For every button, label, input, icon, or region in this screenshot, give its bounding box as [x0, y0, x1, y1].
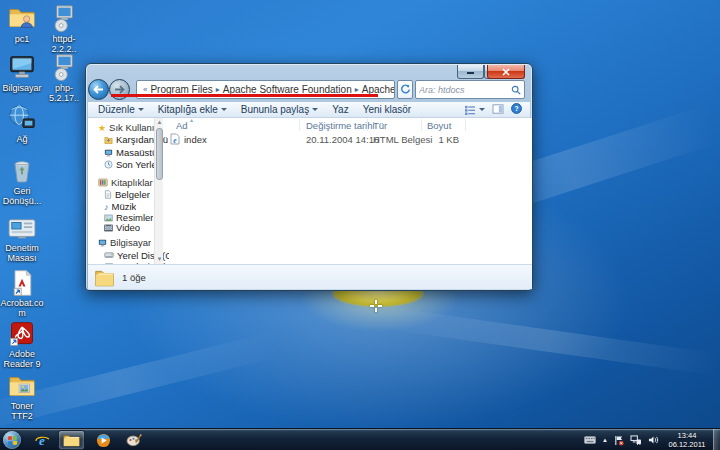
desktop-icon-httpd-installer[interactable]: httpd-2.2.2..: [42, 3, 86, 54]
sidebar-group-favorites[interactable]: ★ Sık Kullanılanlar: [98, 122, 161, 133]
pictures-icon: [104, 214, 113, 222]
sidebar-item-documents[interactable]: Belgeler: [104, 189, 150, 200]
explorer-content: ★ Sık Kullanılanlar Karşıdan Yüklemeler …: [88, 118, 532, 264]
desktop-icon-acrobat[interactable]: Acrobat.com: [0, 269, 44, 318]
scrollbar-thumb[interactable]: [156, 128, 163, 180]
toolbar-label: Kitaplığa ekle: [158, 104, 218, 115]
toolbar-burn[interactable]: Yaz: [332, 104, 349, 115]
search-input[interactable]: [419, 82, 507, 97]
toolbar-add-to-library[interactable]: Kitaplığa ekle: [158, 104, 227, 115]
desktop-icon-computer[interactable]: Bilgisayar: [0, 52, 44, 93]
shared-folder-icon: [7, 3, 37, 33]
computer-small-icon: [98, 239, 107, 247]
forward-arrow-icon: [114, 85, 125, 94]
desktop-icon-label: php-5.2.17..: [42, 83, 86, 103]
dropdown-caret-icon: [221, 108, 227, 111]
column-headers: ▴ Ad Değiştirme tarihi Tür Boyut: [164, 118, 532, 132]
sort-ascending-icon: ▴: [190, 118, 193, 123]
toolbar-label: Düzenle: [98, 104, 135, 115]
minimize-button[interactable]: [457, 65, 484, 79]
internet-explorer-icon: e: [34, 432, 50, 448]
sidebar-group-libraries[interactable]: Kitaplıklar: [98, 177, 153, 188]
volume-tray-icon[interactable]: [648, 435, 659, 445]
navpane-scrollbar[interactable]: ▲ ▼: [154, 118, 163, 264]
taskbar-explorer-button[interactable]: [58, 430, 85, 450]
desktop-icon-network[interactable]: Ağ: [0, 103, 44, 144]
column-separator[interactable]: [421, 119, 422, 131]
sidebar-item-label: Belgeler: [115, 189, 150, 200]
back-button[interactable]: [88, 79, 109, 100]
desktop-icon-toner-folder[interactable]: Toner TTF2: [0, 372, 44, 421]
change-view-button[interactable]: [464, 105, 485, 115]
downloads-icon: [104, 136, 113, 144]
installer-icon: [49, 3, 79, 33]
preview-pane-button[interactable]: [492, 104, 504, 116]
close-button[interactable]: [487, 65, 525, 79]
refresh-button[interactable]: [397, 80, 413, 99]
desktop-icon-label: Toner TTF2: [0, 401, 44, 421]
documents-icon: [104, 190, 112, 199]
installer-icon: [49, 52, 79, 82]
breadcrumb-separator-icon: ▸: [214, 85, 222, 94]
network-tray-icon[interactable]: [630, 435, 642, 445]
explorer-folder-icon: [63, 433, 80, 447]
taskbar-clock[interactable]: 13:44 06.12.2011: [664, 431, 710, 449]
show-desktop-button[interactable]: [713, 429, 720, 450]
sidebar-item-desktop[interactable]: Masaüstü: [104, 147, 157, 158]
file-row-index[interactable]: e index 20.11.2004 14:16 HTML Belgesi 1 …: [164, 133, 532, 146]
media-player-icon: [96, 433, 111, 448]
crosshair-cursor: [370, 300, 382, 312]
search-icon[interactable]: [511, 85, 521, 95]
network-globe-icon: [7, 103, 37, 133]
tray-expand-icon[interactable]: ▲: [602, 437, 608, 443]
column-header-size[interactable]: Boyut: [427, 120, 451, 131]
annotation-red-underline: [111, 94, 378, 97]
column-header-type[interactable]: Tür: [373, 120, 387, 131]
recycle-bin-icon: [8, 157, 36, 185]
dropdown-caret-icon: [312, 108, 318, 111]
desktop-icon-recycle-bin[interactable]: Geri Dönüşü...: [0, 157, 44, 206]
sidebar-item-music[interactable]: ♪ Müzik: [104, 201, 136, 212]
taskbar: e ▲: [0, 428, 720, 450]
control-panel-icon: [7, 216, 37, 242]
toolbar-new-folder[interactable]: Yeni klasör: [363, 104, 412, 115]
column-separator[interactable]: [299, 119, 300, 131]
file-list: ▴ Ad Değiştirme tarihi Tür Boyut e index…: [164, 118, 532, 264]
navigation-bar: « Program Files ▸ Apache Software Founda…: [88, 78, 530, 102]
desktop-icon-adobe-reader[interactable]: Adobe Reader 9: [0, 320, 44, 369]
column-header-modified[interactable]: Değiştirme tarihi: [306, 120, 375, 131]
command-toolbar: Düzenle Kitaplığa ekle Bununla paylaş Ya…: [88, 102, 530, 118]
desktop-icon-pc1[interactable]: pc1: [0, 3, 44, 44]
column-separator[interactable]: [465, 119, 466, 131]
item-count: 1 öğe: [122, 272, 146, 283]
desktop-icon-label: Acrobat.com: [0, 298, 44, 318]
taskbar-media-player-button[interactable]: [90, 430, 117, 450]
music-note-icon: ♪: [104, 203, 109, 211]
help-button[interactable]: ?: [511, 103, 522, 116]
video-icon: [104, 224, 113, 232]
computer-icon: [7, 52, 37, 82]
toolbar-label: Yeni klasör: [363, 104, 412, 115]
toolbar-label: Bununla paylaş: [241, 104, 309, 115]
start-button[interactable]: [3, 431, 21, 449]
column-separator[interactable]: [367, 119, 368, 131]
desktop-icon-label: Ağ: [0, 134, 44, 144]
desktop-icon-control-panel[interactable]: Denetim Masası: [0, 216, 44, 263]
action-center-flag-icon[interactable]: [614, 435, 624, 446]
toolbar-share-with[interactable]: Bununla paylaş: [241, 104, 318, 115]
sidebar-item-videos[interactable]: Video: [104, 222, 140, 233]
taskbar-ie-button[interactable]: e: [28, 430, 55, 450]
taskbar-paint-button[interactable]: [120, 430, 147, 450]
column-header-name[interactable]: Ad: [176, 120, 188, 131]
toolbar-organize[interactable]: Düzenle: [98, 104, 144, 115]
sidebar-group-computer[interactable]: Bilgisayar: [98, 237, 151, 248]
breadcrumb-separator-icon: ▸: [353, 85, 361, 94]
language-keyboard-icon[interactable]: [584, 436, 596, 444]
clock-date: 06.12.2011: [664, 440, 710, 449]
dropdown-caret-icon: [479, 108, 485, 111]
breadcrumb-prefix: «: [141, 85, 149, 94]
scroll-up-icon[interactable]: ▲: [155, 118, 164, 127]
sidebar-item-recent-places[interactable]: Son Yerler: [104, 159, 160, 170]
desktop-icon-php-installer[interactable]: php-5.2.17..: [42, 52, 86, 103]
scroll-down-icon[interactable]: ▼: [155, 255, 164, 264]
